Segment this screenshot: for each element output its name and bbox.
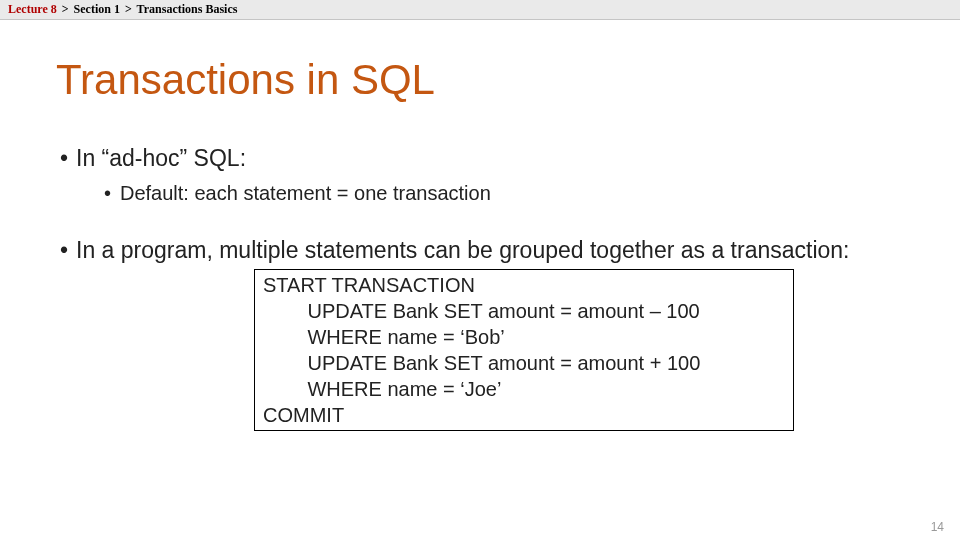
sql-code-block: START TRANSACTION UPDATE Bank SET amount… [254,269,794,431]
bullet-icon: • [60,145,76,172]
bullet-2: •In a program, multiple statements can b… [60,236,904,431]
breadcrumb-item-3: Transactions Basics [137,2,238,16]
bullet-1: •In “ad-hoc” SQL: •Default: each stateme… [60,144,904,206]
page-number: 14 [931,520,944,534]
breadcrumb-sep: > [62,2,69,16]
bullet-1-text: In “ad-hoc” SQL: [76,145,246,171]
sub-bullet-list: •Default: each statement = one transacti… [60,181,904,206]
breadcrumb: Lecture 8 > Section 1 > Transactions Bas… [0,0,960,20]
breadcrumb-item-2: Section 1 [74,2,120,16]
slide-title: Transactions in SQL [56,56,904,104]
bullet-list: •In “ad-hoc” SQL: •Default: each stateme… [56,144,904,431]
bullet-icon: • [104,182,120,205]
breadcrumb-item-1: Lecture 8 [8,2,57,16]
breadcrumb-sep: > [125,2,132,16]
bullet-icon: • [60,237,76,264]
bullet-1-sub-1-text: Default: each statement = one transactio… [120,182,491,204]
slide-body: Transactions in SQL •In “ad-hoc” SQL: •D… [0,20,960,540]
bullet-2-text: In a program, multiple statements can be… [76,237,850,263]
bullet-1-sub-1: •Default: each statement = one transacti… [104,181,904,206]
